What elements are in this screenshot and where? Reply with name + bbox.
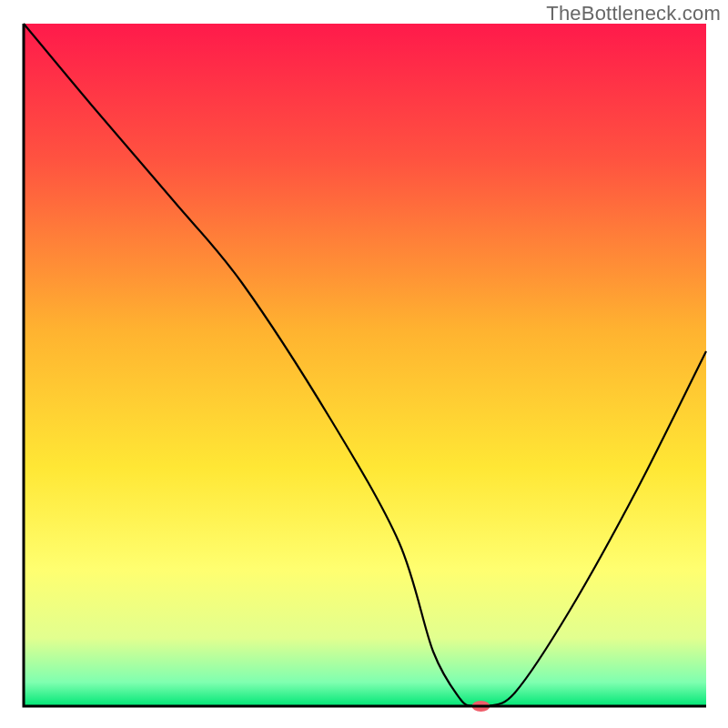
- plot-background: [24, 24, 706, 706]
- bottleneck-chart: TheBottleneck.com: [0, 0, 728, 728]
- watermark-text: TheBottleneck.com: [546, 2, 721, 25]
- chart-svg: [0, 0, 728, 728]
